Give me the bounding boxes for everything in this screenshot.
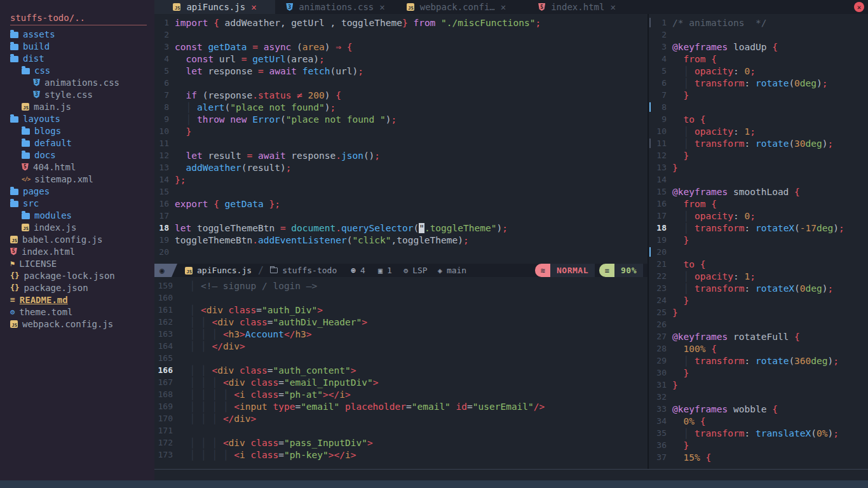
code-line-22[interactable]: 22 │ opacity: 1;	[649, 270, 868, 282]
code-line-5[interactable]: 5 let response = await fetch(url);	[154, 65, 648, 77]
tree-item-404.html[interactable]: 5404.html	[0, 161, 154, 173]
code-text[interactable]: │ opacity: 1;	[672, 271, 756, 281]
code-line-160[interactable]: 160	[154, 292, 648, 304]
tab-close-icon[interactable]: ✕	[251, 2, 256, 12]
code-line-7[interactable]: 7 }	[649, 89, 868, 101]
code-text[interactable]: │ <div class="auth_Div">	[179, 305, 323, 315]
code-line-167[interactable]: 167 │ │ │ <div class="email_InputDiv">	[154, 376, 648, 388]
code-line-16[interactable]: 16export { getData };	[154, 198, 648, 210]
code-line-24[interactable]: 24 }	[649, 294, 868, 306]
code-text[interactable]: │ │ <div class="authDiv_Header">	[179, 317, 367, 327]
code-text[interactable]: }	[175, 126, 191, 137]
code-text[interactable]: let result = await response.json();	[175, 151, 380, 161]
code-line-21[interactable]: 21 to {	[649, 258, 868, 270]
code-line-172[interactable]: 172 │ │ │ <div class="pass_InputDiv">	[154, 437, 648, 449]
code-text[interactable]: │ alert("place not found");	[175, 102, 336, 112]
code-text[interactable]: │ │ </div>	[179, 341, 245, 351]
code-text[interactable]: to {	[672, 259, 705, 269]
code-line-23[interactable]: 23 │ transform: rotateX(0deg);	[649, 282, 868, 294]
code-line-34[interactable]: 34 0% {	[649, 415, 868, 427]
code-line-33[interactable]: 33@keyframes wobble {	[649, 403, 868, 415]
code-text[interactable]: │ │ │ │ <i class="ph-key"></i>	[179, 450, 356, 460]
code-text[interactable]: │ │ │ <div class="email_InputDiv">	[179, 377, 378, 388]
code-line-4[interactable]: 4 const url = getUrl(area);	[154, 53, 648, 65]
code-line-5[interactable]: 5 │ opacity: 0;	[649, 65, 868, 77]
code-line-10[interactable]: 10 │ opacity: 1;	[649, 125, 868, 137]
code-line-9[interactable]: 9 to {	[649, 113, 868, 125]
code-line-15[interactable]: 15	[154, 186, 648, 198]
tree-root-title[interactable]: stuffs-todo/..	[10, 13, 147, 25]
code-line-19[interactable]: 19 }	[649, 234, 868, 246]
code-text[interactable]: │ transform: rotate(30deg);	[672, 139, 833, 149]
code-line-170[interactable]: 170 │ │ │ </div>	[154, 412, 648, 424]
code-text[interactable]: const url = getUrl(area);	[175, 54, 325, 64]
editor-indexhtml[interactable]: 159 │ <!— signup / login —>160161 │ <div…	[154, 277, 648, 469]
code-text[interactable]: │ transform: rotateX(0deg);	[672, 283, 833, 294]
code-line-29[interactable]: 29 │ transform: rotate(360deg);	[649, 355, 868, 367]
code-line-11[interactable]: 11	[154, 137, 648, 149]
code-line-17[interactable]: 17 │ opacity: 0;	[649, 210, 868, 222]
code-line-165[interactable]: 165	[154, 352, 648, 364]
code-text[interactable]: export { getData };	[175, 199, 280, 209]
tree-item-babel.config.js[interactable]: JSbabel.config.js	[0, 233, 154, 245]
code-line-32[interactable]: 32	[649, 391, 868, 403]
code-line-20[interactable]: 20	[649, 246, 868, 258]
tree-item-README.md[interactable]: ≡README.md	[0, 294, 154, 306]
code-text[interactable]: 0% {	[672, 416, 705, 426]
code-text[interactable]: if (response.status ≠ 200) {	[175, 90, 341, 100]
code-text[interactable]: /* animations */	[672, 18, 766, 28]
code-text[interactable]: │ throw new Error("place not found ");	[175, 114, 397, 125]
code-text[interactable]: │ opacity: 0;	[672, 66, 756, 76]
code-line-20[interactable]: 20	[154, 246, 648, 258]
code-text[interactable]: }	[672, 380, 678, 390]
code-text[interactable]: │ │ │ </div>	[179, 414, 256, 424]
tree-item-css[interactable]: css	[0, 64, 154, 76]
code-line-14[interactable]: 14	[649, 173, 868, 186]
code-line-171[interactable]: 171	[154, 424, 648, 437]
tree-item-dist[interactable]: dist	[0, 52, 154, 64]
code-text[interactable]: toggleThemeBtn.addEventListener("click",…	[175, 235, 469, 245]
tab-apifuncs-js[interactable]: JSapiFuncs.js✕	[154, 0, 275, 14]
code-line-2[interactable]: 2	[154, 29, 648, 41]
tree-item-build[interactable]: build	[0, 40, 154, 52]
code-text[interactable]: @keyframes loadUp {	[672, 42, 778, 52]
code-text[interactable]: @keyframes smoothLoad {	[672, 187, 800, 197]
tab-index-html[interactable]: 5index.html✕	[517, 0, 637, 14]
code-text[interactable]: const getData = async (area) ⇒ {	[175, 42, 352, 52]
tree-item-index.js[interactable]: JSindex.js	[0, 221, 154, 233]
code-line-169[interactable]: 169 │ │ │ │ <input type="email" placehol…	[154, 400, 648, 412]
code-line-3[interactable]: 3@keyframes loadUp {	[649, 41, 868, 53]
code-line-37[interactable]: 37 15% {	[649, 451, 868, 463]
tree-item-default[interactable]: default	[0, 137, 154, 149]
tab-animations-css[interactable]: 3animations.css✕	[275, 0, 396, 14]
code-text[interactable]: }	[672, 440, 689, 451]
tree-item-modules[interactable]: modules	[0, 209, 154, 221]
code-line-36[interactable]: 36 }	[649, 439, 868, 451]
code-text[interactable]: │ │ │ │ <i class="ph-at"></i>	[179, 390, 351, 400]
code-line-27[interactable]: 27@keyframes rotateFull {	[649, 330, 868, 342]
code-text[interactable]: │ opacity: 0;	[672, 211, 756, 221]
code-text[interactable]: }	[672, 368, 689, 378]
tree-item-style.css[interactable]: 3style.css	[0, 88, 154, 100]
editor-animations[interactable]: 1/* animations */23@keyframes loadUp {4 …	[649, 14, 868, 466]
tree-item-layouts[interactable]: layouts	[0, 112, 154, 125]
code-line-28[interactable]: 28 100% {	[649, 342, 868, 355]
code-line-1[interactable]: 1import { addWeather, getUrl , toggleThe…	[154, 17, 648, 29]
tree-item-webpack.config.js[interactable]: JSwebpack.config.js	[0, 318, 154, 330]
code-line-12[interactable]: 12 let result = await response.json();	[154, 149, 648, 161]
code-line-15[interactable]: 15@keyframes smoothLoad {	[649, 186, 868, 198]
code-text[interactable]: │ opacity: 1;	[672, 126, 756, 137]
code-line-161[interactable]: 161 │ <div class="auth_Div">	[154, 304, 648, 316]
code-line-12[interactable]: 12 }	[649, 149, 868, 161]
code-line-159[interactable]: 159 │ <!— signup / login —>	[154, 280, 648, 292]
code-line-10[interactable]: 10 }	[154, 125, 648, 137]
code-line-3[interactable]: 3const getData = async (area) ⇒ {	[154, 41, 648, 53]
code-text[interactable]: }	[672, 151, 689, 161]
code-line-16[interactable]: 16 from {	[649, 198, 868, 210]
code-text[interactable]: @keyframes rotateFull {	[672, 332, 800, 342]
tree-item-pages[interactable]: pages	[0, 185, 154, 197]
code-text[interactable]: 15% {	[672, 452, 711, 463]
tab-close-icon[interactable]: ✕	[379, 2, 384, 12]
code-text[interactable]: from {	[672, 54, 717, 64]
code-text[interactable]: @keyframes wobble {	[672, 404, 778, 414]
